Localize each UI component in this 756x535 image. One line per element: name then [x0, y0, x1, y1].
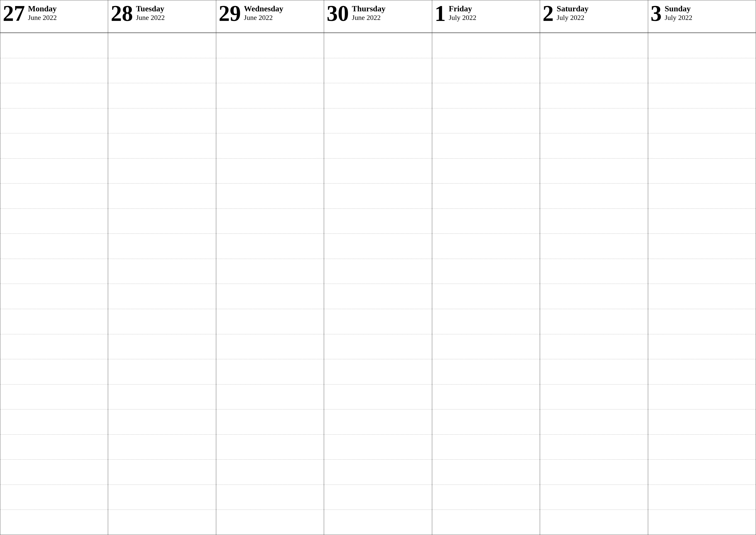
line-row[interactable] [324, 409, 432, 435]
line-row[interactable] [324, 309, 432, 334]
line-row[interactable] [432, 460, 540, 485]
line-row[interactable] [648, 133, 756, 158]
line-row[interactable] [108, 460, 216, 485]
line-row[interactable] [540, 234, 648, 259]
line-row[interactable] [0, 384, 108, 410]
line-row[interactable] [216, 460, 324, 485]
line-row[interactable] [108, 133, 216, 158]
line-row[interactable] [216, 108, 324, 134]
line-row[interactable] [432, 309, 540, 334]
line-row[interactable] [216, 384, 324, 410]
line-row[interactable] [648, 485, 756, 510]
line-row[interactable] [0, 209, 108, 234]
line-row[interactable] [432, 334, 540, 359]
line-row[interactable] [108, 359, 216, 384]
line-row[interactable] [216, 309, 324, 334]
line-row[interactable] [540, 83, 648, 108]
line-row[interactable] [648, 58, 756, 83]
line-row[interactable] [648, 334, 756, 359]
day-lines-area[interactable] [432, 33, 540, 535]
line-row[interactable] [540, 384, 648, 410]
line-row[interactable] [0, 485, 108, 510]
line-row[interactable] [324, 33, 432, 58]
line-row[interactable] [540, 58, 648, 83]
line-row[interactable] [432, 409, 540, 435]
line-row[interactable] [108, 384, 216, 410]
line-row[interactable] [324, 183, 432, 209]
line-row[interactable] [324, 435, 432, 460]
day-lines-area[interactable] [0, 33, 108, 535]
line-row[interactable] [648, 209, 756, 234]
line-row[interactable] [324, 58, 432, 83]
line-row[interactable] [0, 133, 108, 158]
line-row[interactable] [432, 435, 540, 460]
line-row[interactable] [648, 359, 756, 384]
line-row[interactable] [216, 33, 324, 58]
line-row[interactable] [108, 259, 216, 284]
line-row[interactable] [540, 209, 648, 234]
line-row[interactable] [324, 83, 432, 108]
line-row[interactable] [540, 334, 648, 359]
line-row[interactable] [648, 183, 756, 209]
line-row[interactable] [0, 108, 108, 134]
line-row[interactable] [216, 259, 324, 284]
line-row[interactable] [540, 359, 648, 384]
line-row[interactable] [216, 83, 324, 108]
line-row[interactable] [648, 409, 756, 435]
line-row[interactable] [324, 158, 432, 184]
line-row[interactable] [648, 384, 756, 410]
line-row[interactable] [540, 158, 648, 184]
line-row[interactable] [540, 108, 648, 134]
line-row[interactable] [432, 183, 540, 209]
line-row[interactable] [432, 284, 540, 309]
line-row[interactable] [216, 435, 324, 460]
line-row[interactable] [648, 259, 756, 284]
line-row[interactable] [216, 58, 324, 83]
line-row[interactable] [0, 334, 108, 359]
line-row[interactable] [108, 83, 216, 108]
line-row[interactable] [216, 334, 324, 359]
line-row[interactable] [324, 234, 432, 259]
day-lines-area[interactable] [648, 33, 756, 535]
line-row[interactable] [0, 460, 108, 485]
line-row[interactable] [0, 359, 108, 384]
line-row[interactable] [108, 334, 216, 359]
line-row[interactable] [648, 510, 756, 535]
line-row[interactable] [324, 460, 432, 485]
line-row[interactable] [108, 510, 216, 535]
line-row[interactable] [108, 58, 216, 83]
line-row[interactable] [540, 133, 648, 158]
line-row[interactable] [324, 259, 432, 284]
line-row[interactable] [216, 183, 324, 209]
line-row[interactable] [432, 33, 540, 58]
line-row[interactable] [432, 58, 540, 83]
line-row[interactable] [540, 33, 648, 58]
line-row[interactable] [324, 209, 432, 234]
line-row[interactable] [432, 158, 540, 184]
line-row[interactable] [540, 435, 648, 460]
line-row[interactable] [432, 510, 540, 535]
line-row[interactable] [108, 309, 216, 334]
day-lines-area[interactable] [540, 33, 648, 535]
line-row[interactable] [324, 510, 432, 535]
line-row[interactable] [108, 284, 216, 309]
line-row[interactable] [648, 284, 756, 309]
line-row[interactable] [324, 108, 432, 134]
line-row[interactable] [324, 334, 432, 359]
line-row[interactable] [540, 485, 648, 510]
line-row[interactable] [0, 33, 108, 58]
line-row[interactable] [108, 158, 216, 184]
line-row[interactable] [216, 485, 324, 510]
line-row[interactable] [540, 409, 648, 435]
line-row[interactable] [216, 409, 324, 435]
line-row[interactable] [648, 460, 756, 485]
line-row[interactable] [540, 183, 648, 209]
line-row[interactable] [0, 409, 108, 435]
line-row[interactable] [0, 58, 108, 83]
line-row[interactable] [432, 133, 540, 158]
line-row[interactable] [0, 158, 108, 184]
line-row[interactable] [108, 108, 216, 134]
line-row[interactable] [216, 158, 324, 184]
line-row[interactable] [0, 83, 108, 108]
line-row[interactable] [432, 83, 540, 108]
